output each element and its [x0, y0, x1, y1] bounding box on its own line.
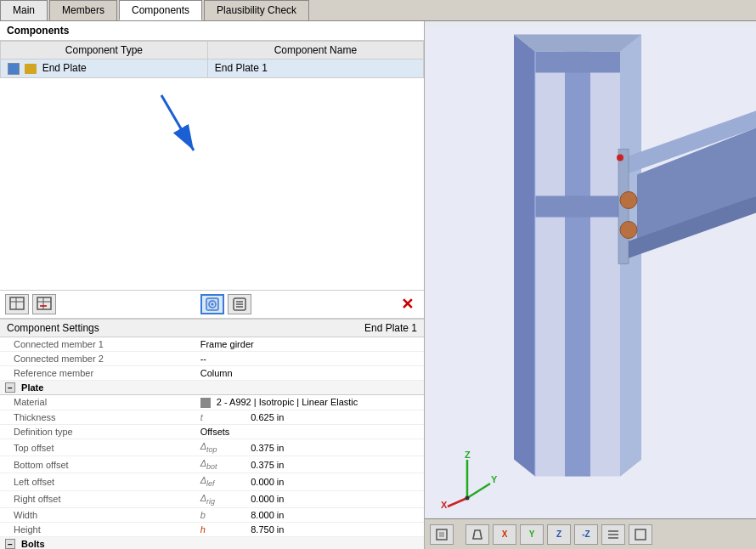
prop-label-bottom-offset: Bottom offset — [0, 456, 195, 473]
prop-label-material: Material — [0, 394, 195, 410]
prop-row-height[interactable]: Height h 8.750 in — [0, 522, 424, 536]
prop-symbol-left-offset: Δlef — [195, 473, 246, 490]
component-toolbar: ✕ — [0, 290, 424, 319]
blue-arrow-indicator — [136, 87, 238, 189]
svg-line-38 — [448, 498, 467, 507]
toolbar-btn-delete[interactable]: ✕ — [395, 294, 419, 314]
prop-label-connected1: Connected member 1 — [0, 337, 195, 352]
prop-label-width: Width — [0, 507, 195, 522]
prop-symbol-thickness: t — [195, 410, 246, 425]
tab-plausibility[interactable]: Plausibility Check — [204, 0, 309, 20]
z-axis-label: Z — [556, 529, 561, 539]
svg-marker-21 — [535, 52, 620, 477]
prop-symbol-height: h — [195, 522, 246, 536]
svg-text:Y: Y — [491, 474, 497, 484]
row-checkbox[interactable] — [8, 63, 20, 75]
config-icon — [232, 297, 247, 312]
tab-components[interactable]: Components — [119, 0, 202, 20]
svg-rect-42 — [439, 532, 444, 537]
prop-row-reference: Reference member Column — [0, 365, 424, 380]
viewport-btn-1[interactable] — [430, 524, 454, 545]
prop-label-thickness: Thickness — [0, 410, 195, 425]
add-table-icon — [9, 297, 25, 312]
viewport-btn-x[interactable]: X — [493, 524, 516, 545]
component-name-label: End Plate 1 — [207, 59, 423, 78]
prop-value-deftype: Offsets — [195, 425, 424, 439]
toolbar-btn-2[interactable] — [32, 294, 56, 314]
components-section-header: Components — [0, 21, 424, 41]
fit-view-icon — [435, 528, 449, 541]
bolts-group-header: − Bolts — [0, 536, 424, 549]
prop-value-material: 2 - A992 | Isotropic | Linear Elastic — [195, 394, 424, 410]
axis-indicator: Z Y X — [437, 451, 488, 502]
svg-point-31 — [617, 155, 623, 161]
settings-label: Component Settings — [7, 322, 99, 334]
svg-line-1 — [161, 95, 194, 150]
settings-content: Connected member 1 Frame girder Connecte… — [0, 337, 424, 549]
svg-line-36 — [467, 484, 490, 498]
toolbar-btn-1[interactable] — [5, 294, 29, 314]
component-type-label: End Plate — [42, 62, 87, 74]
layers-icon — [606, 528, 620, 541]
toolbar-btn-edit[interactable] — [200, 294, 224, 314]
svg-point-29 — [620, 192, 637, 209]
viewport-btn-z1[interactable]: Z — [547, 524, 571, 545]
prop-row-right-offset[interactable]: Right offset Δrig 0.000 in — [0, 490, 424, 507]
bolts-collapse-icon[interactable]: − — [5, 539, 15, 549]
folder-icon — [25, 64, 37, 74]
svg-text:Z: Z — [465, 451, 471, 460]
col-component-type: Component Type — [1, 42, 208, 59]
viewport-btn-perspective[interactable] — [465, 524, 489, 545]
svg-marker-33 — [514, 35, 641, 52]
prop-symbol-bottom-offset: Δbot — [195, 456, 246, 473]
render-icon — [634, 528, 647, 541]
prop-row-deftype: Definition type Offsets — [0, 425, 424, 439]
table-row[interactable]: End Plate End Plate 1 — [1, 59, 424, 78]
viewport-btn-z2[interactable]: -Z — [574, 524, 598, 545]
edit-icon — [205, 297, 220, 312]
3d-viewport[interactable]: Z Y X — [425, 21, 756, 549]
prop-value-right-offset: 0.000 in — [245, 490, 424, 507]
svg-point-40 — [465, 496, 470, 501]
prop-row-material[interactable]: Material 2 - A992 | Isotropic | Linear E… — [0, 394, 424, 410]
prop-label-top-offset: Top offset — [0, 439, 195, 456]
axis-svg: Z Y X — [437, 451, 497, 511]
prop-row-bottom-offset[interactable]: Bottom offset Δbot 0.375 in — [0, 456, 424, 473]
prop-row-connected2: Connected member 2 -- — [0, 351, 424, 365]
tab-main[interactable]: Main — [0, 0, 48, 20]
perspective-icon — [471, 528, 484, 541]
z-axis-neg-label: -Z — [582, 529, 590, 539]
prop-label-left-offset: Left offset — [0, 473, 195, 490]
prop-symbol-width: b — [195, 507, 246, 522]
settings-header: Component Settings End Plate 1 — [0, 319, 424, 337]
tab-members[interactable]: Members — [49, 0, 117, 20]
plate-collapse-icon[interactable]: − — [5, 382, 15, 393]
prop-value-connected1: Frame girder — [195, 337, 424, 352]
prop-row-width[interactable]: Width b 8.000 in — [0, 507, 424, 522]
prop-value-height: 8.750 in — [245, 522, 424, 536]
remove-table-icon — [37, 297, 52, 312]
tab-bar: Main Members Components Plausibility Che… — [0, 0, 756, 21]
prop-symbol-right-offset: Δrig — [195, 490, 246, 507]
prop-value-top-offset: 0.375 in — [245, 439, 424, 456]
toolbar-btn-config[interactable] — [228, 294, 251, 314]
viewport-btn-render[interactable] — [629, 524, 652, 545]
prop-label-height: Height — [0, 522, 195, 536]
prop-label-deftype: Definition type — [0, 425, 195, 439]
prop-row-left-offset[interactable]: Left offset Δlef 0.000 in — [0, 473, 424, 490]
prop-label-reference: Reference member — [0, 365, 195, 380]
viewport-btn-y[interactable]: Y — [520, 524, 544, 545]
viewport-bottom-toolbar: X Y Z -Z — [425, 518, 756, 549]
x-axis-label: X — [502, 529, 508, 539]
prop-label-right-offset: Right offset — [0, 490, 195, 507]
plate-group-header: − Plate — [0, 380, 424, 394]
prop-row-top-offset[interactable]: Top offset Δtop 0.375 in — [0, 439, 424, 456]
prop-value-connected2: -- — [195, 351, 424, 365]
col-component-name: Component Name — [207, 42, 423, 59]
viewport-btn-layers[interactable] — [601, 524, 625, 545]
prop-row-thickness[interactable]: Thickness t 0.625 in — [0, 410, 424, 425]
svg-text:X: X — [441, 500, 448, 510]
properties-table: Connected member 1 Frame girder Connecte… — [0, 337, 424, 549]
component-table: Component Type Component Name End Plate … — [0, 41, 424, 78]
svg-point-11 — [211, 303, 213, 305]
